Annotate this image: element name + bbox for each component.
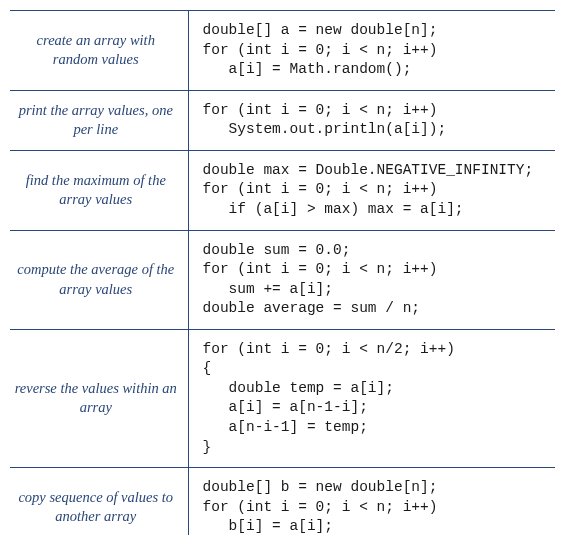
description-cell: reverse the values within an array [10,329,188,467]
table-row: copy sequence of values to another array… [10,468,555,535]
code-cell: for (int i = 0; i < n/2; i++) { double t… [188,329,555,467]
description-cell: find the maximum of the array values [10,150,188,230]
code-cell: for (int i = 0; i < n; i++) System.out.p… [188,90,555,150]
description-cell: print the array values, one per line [10,90,188,150]
table-row: print the array values, one per line for… [10,90,555,150]
code-cell: double max = Double.NEGATIVE_INFINITY; f… [188,150,555,230]
description-cell: compute the average of the array values [10,230,188,329]
table-row: compute the average of the array values … [10,230,555,329]
code-cell: double[] b = new double[n]; for (int i =… [188,468,555,535]
description-cell: copy sequence of values to another array [10,468,188,535]
description-cell: create an array with random values [10,11,188,91]
table-row: create an array with random values doubl… [10,11,555,91]
code-cell: double sum = 0.0; for (int i = 0; i < n;… [188,230,555,329]
code-cell: double[] a = new double[n]; for (int i =… [188,11,555,91]
table-row: find the maximum of the array values dou… [10,150,555,230]
code-examples-table: create an array with random values doubl… [10,10,555,535]
table-row: reverse the values within an array for (… [10,329,555,467]
